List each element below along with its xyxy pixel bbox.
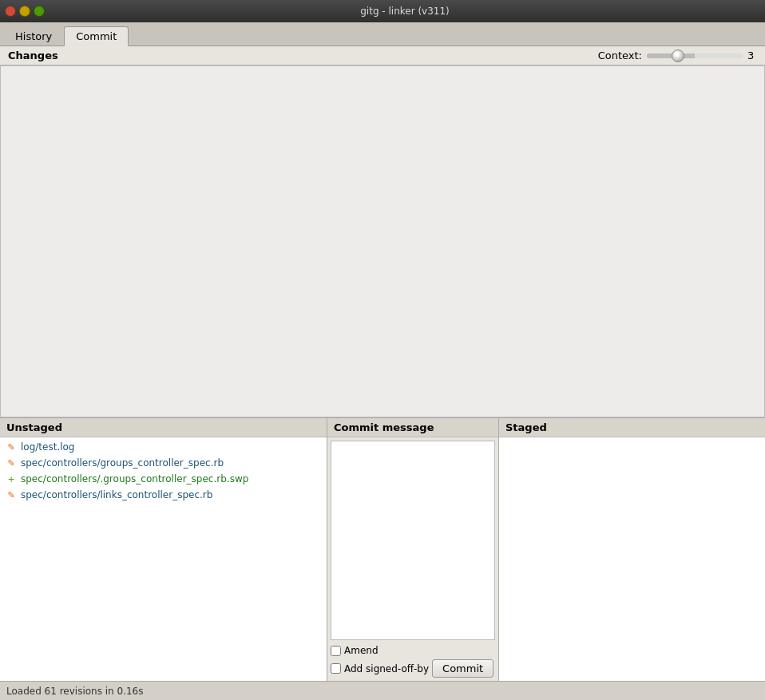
commit-message-panel: Commit message Amend Add signed-off-by C… (327, 418, 499, 681)
context-value: 3 (747, 49, 757, 61)
unstaged-header: Unstaged (0, 418, 327, 437)
main-content: Changes Context: 3 Unstaged ✎ log/test.l… (0, 46, 765, 681)
amend-label[interactable]: Amend (344, 645, 379, 656)
list-item[interactable]: ✎ spec/controllers/links_controller_spec… (0, 487, 327, 503)
close-button[interactable] (5, 6, 16, 17)
commit-options: Amend Add signed-off-by Commit (327, 640, 498, 681)
changes-header: Changes Context: 3 (0, 46, 765, 65)
unstaged-file-list[interactable]: ✎ log/test.log ✎ spec/controllers/groups… (0, 437, 327, 681)
modified-icon: ✎ (5, 441, 18, 453)
modified-icon: ✎ (5, 488, 18, 501)
minimize-button[interactable] (19, 6, 30, 17)
titlebar: gitg - linker (v311) (0, 0, 765, 22)
commit-message-textarea[interactable] (331, 441, 495, 640)
tab-history[interactable]: History (3, 26, 64, 46)
signed-off-row: Add signed-off-by Commit (331, 659, 495, 678)
file-name: spec/controllers/groups_controller_spec.… (21, 457, 224, 469)
signed-off-checkbox[interactable] (331, 663, 341, 674)
amend-checkbox[interactable] (331, 646, 341, 656)
statusbar: Loaded 61 revisions in 0.16s (0, 681, 765, 700)
commit-message-header: Commit message (327, 418, 498, 437)
titlebar-buttons (5, 6, 45, 17)
context-label: Context: (598, 49, 642, 61)
staged-header: Staged (499, 418, 765, 437)
signed-off-label[interactable]: Add signed-off-by (344, 663, 429, 674)
context-slider[interactable] (647, 53, 743, 58)
staged-file-list[interactable] (499, 437, 765, 681)
diff-area[interactable] (0, 65, 765, 417)
amend-row: Amend (331, 645, 495, 656)
file-name: log/test.log (21, 441, 75, 453)
new-file-icon: + (5, 473, 18, 485)
unstaged-panel: Unstaged ✎ log/test.log ✎ spec/controlle… (0, 418, 327, 681)
list-item[interactable]: ✎ spec/controllers/groups_controller_spe… (0, 455, 327, 471)
maximize-button[interactable] (34, 6, 45, 17)
tabbar: History Commit (0, 22, 765, 46)
bottom-panels: Unstaged ✎ log/test.log ✎ spec/controlle… (0, 417, 765, 681)
list-item[interactable]: ✎ log/test.log (0, 439, 327, 455)
tab-commit[interactable]: Commit (64, 26, 129, 46)
modified-icon: ✎ (5, 457, 18, 469)
window-title: gitg - linker (v311) (50, 6, 760, 17)
changes-label: Changes (8, 49, 58, 61)
file-name: spec/controllers/.groups_controller_spec… (21, 473, 248, 484)
file-name: spec/controllers/links_controller_spec.r… (21, 489, 212, 500)
list-item[interactable]: + spec/controllers/.groups_controller_sp… (0, 471, 327, 487)
context-control: Context: 3 (598, 49, 757, 61)
commit-button[interactable]: Commit (432, 659, 493, 678)
staged-panel: Staged (499, 418, 765, 681)
status-text: Loaded 61 revisions in 0.16s (6, 686, 144, 697)
